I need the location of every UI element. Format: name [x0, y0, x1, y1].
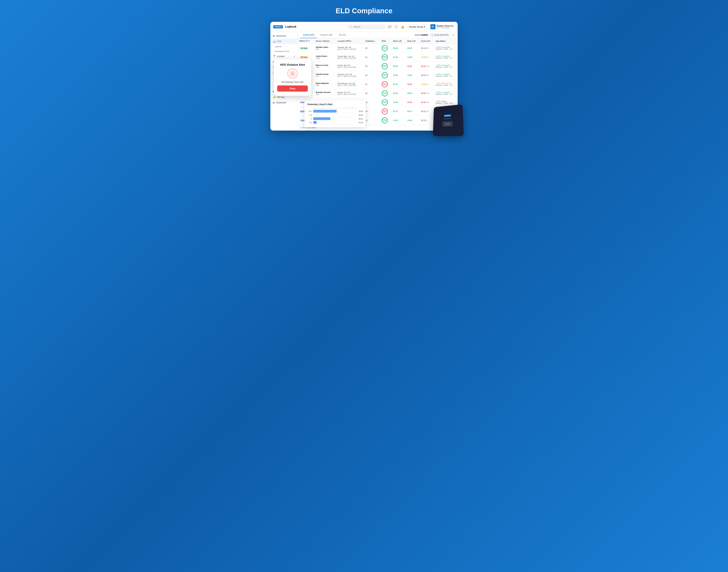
- search-bar[interactable]: [348, 24, 385, 29]
- dashboard-icon: ⊞: [273, 34, 275, 37]
- alert-triangle-icon: ⚠: [289, 70, 296, 77]
- cell-violations: 00: [364, 44, 380, 53]
- cell-hos: Ready in 00:00: [380, 53, 391, 62]
- cell-drive-left: 14:00: [391, 98, 406, 107]
- cell-app-status: ●v315: Connected Android : 2.0.88 — v0: [434, 44, 458, 53]
- cell-app-status: ●v315: Connected Android : 2.0.88 — v0: [434, 53, 458, 62]
- cell-violations: 00: [364, 116, 380, 125]
- cell-app-status: ●v315: Connected Android : 2.0.88 — v0: [434, 71, 458, 80]
- sidebar-label-logbook: Logbook: [275, 46, 282, 48]
- tab-inactive[interactable]: Inactive (08): [318, 32, 336, 38]
- sidebar-label-hos: HOS: [277, 40, 281, 43]
- cell-duty-left: 09:23: [406, 89, 419, 98]
- time-badge: 🕐 12:05 AM (PST): [429, 33, 450, 37]
- col-violations[interactable]: Violations ↕: [364, 38, 380, 44]
- cell-driver: Randal Larkin 007: [314, 44, 336, 53]
- user-avatar: BT: [430, 24, 436, 29]
- cell-cycle-left: 58:15 / 5: [419, 44, 434, 53]
- chat-icon[interactable]: 💬: [387, 24, 392, 29]
- cell-driver: Justin Donin 1001: [314, 53, 336, 62]
- cell-cycle-left: 13:09 / 1: [419, 80, 434, 89]
- col-duty-left: Duty Left: [406, 38, 419, 44]
- cell-location: Austin, NV, US Apr 17, 2024 | 12:05 PM: [336, 62, 364, 71]
- tab-active[interactable]: Active (07): [300, 32, 317, 38]
- sidebar-label-dashboard: Dashboard: [276, 35, 286, 37]
- cell-driver: Brandon Arcand 223: [314, 89, 336, 98]
- sidebar-item-logbook[interactable]: Logbook: [270, 44, 297, 49]
- table-row[interactable]: On Duty Randal Larkin 007 Pequop, NV, US…: [298, 44, 458, 53]
- cell-hos: Stop in 04:26: [380, 44, 391, 53]
- alert-modal: HOS Violation Alert ⚠ No Driving Time Le…: [274, 59, 311, 96]
- user-dot: DOT # 12343352868: [437, 27, 453, 29]
- table-row[interactable]: On Duty Charlie Kenter 111 Sonomo, CA, U…: [298, 71, 458, 80]
- pin-3: [447, 123, 448, 125]
- group-select[interactable]: Kessler Group ▾: [407, 25, 427, 29]
- cell-violations: 01: [364, 80, 380, 89]
- cell-cycle-left: 00:00 / -1: [419, 89, 434, 98]
- user-badge: BT Bradley Transo Inc DOT # 12343352868: [429, 23, 455, 30]
- cell-location: Pequop, NV, US Apr 17, 2024 | 12:05 PM: [336, 44, 364, 53]
- chart-row-label: ON: [307, 122, 312, 124]
- hos-icon: 📊: [273, 40, 276, 43]
- cell-duty-left: 00:00: [406, 80, 419, 89]
- cell-cycle-left: 13:09 / 1: [419, 53, 434, 62]
- cell-duty-left: 12:52: [406, 71, 419, 80]
- col-drive-left: Drive Left: [391, 38, 406, 44]
- cell-duty-left: 05:26: [406, 44, 419, 53]
- close-button[interactable]: ✕: [451, 33, 455, 37]
- cell-cycle-left: 58:15 / 5: [419, 107, 434, 116]
- pin-4: [448, 123, 449, 125]
- sidebar-item-dashboard2[interactable]: ⊞ Dashboard: [270, 100, 297, 105]
- cell-drive-left: 04:58: [391, 44, 406, 53]
- chart-row: ON 01:34: [307, 121, 363, 125]
- cell-violations: 01: [364, 53, 380, 62]
- chart-bar-fill: [313, 117, 330, 120]
- api-key-icon: 🔑: [273, 96, 276, 98]
- col-location[interactable]: Location (PST) ↕: [336, 38, 364, 44]
- cell-app-status: ●v315: Connected Android : 2.0.88 — v0: [434, 89, 458, 98]
- eld-logo: TRUCKY: [444, 114, 451, 117]
- eld-port-2: [446, 118, 448, 119]
- table-row[interactable]: On Duty Brandon Arcand 223 Austin, TX, U…: [298, 89, 458, 98]
- tab-all[interactable]: All (15): [336, 32, 348, 38]
- table-row[interactable]: Off Duty Justin Donin 1001 Forest Ville,…: [298, 53, 458, 62]
- search-input[interactable]: [353, 25, 383, 28]
- chart-row: D 08:12: [307, 117, 363, 121]
- cell-duty-left: 14:00: [406, 116, 419, 125]
- eld-connector: [442, 121, 452, 127]
- cell-violations: 00: [364, 71, 380, 80]
- sidebar-item-hos[interactable]: 📊 HOS −: [270, 39, 297, 44]
- cell-hos: Stop in 05:09: [380, 98, 391, 107]
- cell-status: On Duty: [298, 44, 314, 53]
- cell-driver: Charlie Kenter 111: [314, 71, 336, 80]
- col-cycle-left: Cycle Left: [419, 38, 434, 44]
- sidebar-item-dashboard[interactable]: ⊞ Dashboard: [270, 33, 297, 39]
- cell-drive-left: 10:52: [391, 71, 406, 80]
- cell-drive-left: 01:07: [391, 80, 406, 89]
- sidebar-item-location[interactable]: 📍 Location +: [270, 54, 297, 59]
- cell-violations: 00: [364, 107, 380, 116]
- sidebar-label-location: Location: [277, 55, 285, 58]
- topbar: TRUCKY Logbook 💬 🕐 🔔 Kessler Group ▾ BT …: [270, 22, 458, 32]
- group-label: Kessler Group: [409, 25, 423, 28]
- chart-bar-fill: [313, 110, 337, 113]
- col-driver[interactable]: Driver | Vehicle ↕: [314, 38, 336, 44]
- cell-drive-left: 01:07: [391, 107, 406, 116]
- cell-driver: Marcus Curtis 120: [314, 62, 336, 71]
- cell-violations: 00: [364, 62, 380, 71]
- cell-duty-left: 05:11: [406, 107, 419, 116]
- chart-row-bar: [313, 117, 356, 121]
- cell-cycle-left: 58:15 / ...: [419, 116, 434, 125]
- cell-app-status: ●v315: Connected Android : 2.0.88 — v0: [434, 62, 458, 71]
- col-app-status: App Status: [434, 38, 458, 44]
- alert-okay-button[interactable]: Okay: [277, 85, 308, 91]
- sidebar-item-unassigned[interactable]: Unassigned Drive: [270, 49, 297, 54]
- table-row[interactable]: Off Duty Davis Baptista 098 San Antonio,…: [298, 80, 458, 89]
- bell-icon[interactable]: 🔔: [400, 24, 405, 29]
- cell-drive-left: 11:00: [391, 116, 406, 125]
- clock-icon[interactable]: 🕐: [394, 24, 398, 29]
- cell-hos: Stop in 03:46: [380, 89, 391, 98]
- eld-port-3: [449, 118, 451, 119]
- cell-duty-left: 00:00: [406, 62, 419, 71]
- table-row[interactable]: Off Duty Marcus Curtis 120 Austin, NV, U…: [298, 62, 458, 71]
